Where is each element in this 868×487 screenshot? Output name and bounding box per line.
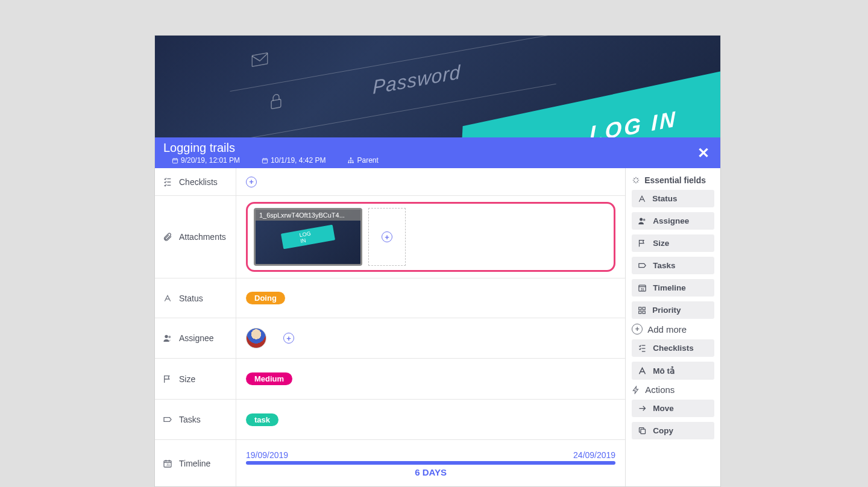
assignee-avatar[interactable] xyxy=(246,328,266,348)
section-label-tasks: Tasks xyxy=(155,400,236,440)
section-label-status: Status xyxy=(155,278,236,318)
sidebar-item-size[interactable]: Size xyxy=(632,234,714,252)
text-a-icon xyxy=(638,195,646,203)
sidebar-action-copy[interactable]: Copy xyxy=(632,422,714,439)
plus-circle-icon xyxy=(632,324,643,335)
timeline-progress-bar[interactable] xyxy=(246,461,615,465)
created-date[interactable]: 9/20/19, 12:01 PM xyxy=(172,156,240,165)
checklists-row xyxy=(236,168,625,196)
actions-heading: Actions xyxy=(632,385,714,395)
svg-rect-3 xyxy=(262,159,267,163)
section-label-timeline: 31 Timeline xyxy=(155,440,236,486)
svg-point-13 xyxy=(643,219,646,221)
svg-rect-17 xyxy=(643,307,645,309)
svg-rect-1 xyxy=(271,99,281,109)
sidebar-item-status[interactable]: Status xyxy=(632,190,714,207)
timeline-duration: 6 DAYS xyxy=(246,467,615,477)
sidebar-item-mota[interactable]: Mô tả xyxy=(632,362,714,380)
svg-point-5 xyxy=(348,162,350,163)
tag-icon xyxy=(162,415,173,424)
add-checklist-button[interactable] xyxy=(246,177,257,187)
sidebar-item-tasks[interactable]: Tasks xyxy=(632,257,714,274)
tasks-badge[interactable]: task xyxy=(246,413,278,426)
calendar-icon xyxy=(172,157,178,164)
timeline-row[interactable]: 19/09/2019 24/09/2019 6 DAYS xyxy=(236,440,625,486)
cover-password-label: Password xyxy=(373,61,461,99)
attachments-highlighted-area: 1_6spLxrwT4Oft13yBCuT4... LOG IN xyxy=(246,202,615,272)
assignee-row xyxy=(236,318,625,359)
calendar-icon xyxy=(262,157,268,164)
calendar-date-icon: 31 xyxy=(162,459,173,468)
task-header: Logging trails 9/20/19, 12:01 PM 10/1/19… xyxy=(155,137,720,168)
timeline-start-date[interactable]: 19/09/2019 xyxy=(246,450,288,460)
arrow-right-icon xyxy=(638,404,647,413)
text-a-icon xyxy=(638,366,647,375)
paperclip-icon xyxy=(162,232,173,242)
section-label-size: Size xyxy=(155,359,236,400)
attachment-filename: 1_6spLxrwT4Oft13yBCuT4... xyxy=(256,210,360,221)
people-icon xyxy=(638,216,647,225)
flag-icon xyxy=(638,239,647,248)
sidebar-action-move[interactable]: Move xyxy=(632,400,714,417)
attachment-thumbnail[interactable]: 1_6spLxrwT4Oft13yBCuT4... LOG IN xyxy=(254,208,362,266)
svg-rect-2 xyxy=(172,159,177,163)
essential-fields-heading: Essential fields xyxy=(632,175,714,185)
svg-point-12 xyxy=(640,218,643,221)
checklist-icon xyxy=(638,344,647,353)
status-badge[interactable]: Doing xyxy=(246,292,285,304)
timeline-end-date[interactable]: 24/09/2019 xyxy=(573,450,615,460)
envelope-icon xyxy=(251,52,268,67)
due-date[interactable]: 10/1/19, 4:42 PM xyxy=(262,156,326,165)
grid-icon xyxy=(638,306,646,315)
svg-rect-19 xyxy=(643,311,645,313)
flag-icon xyxy=(162,374,173,384)
lightning-icon xyxy=(632,386,640,394)
sidebar-item-checklists[interactable]: Checklists xyxy=(632,339,714,357)
sidebar: Essential fields Status Assignee Size Ta… xyxy=(626,168,720,486)
sidebar-item-timeline[interactable]: 31 Timeline xyxy=(632,279,714,297)
size-badge[interactable]: Medium xyxy=(246,372,292,385)
section-label-attachments: Attachments xyxy=(155,196,236,278)
svg-point-4 xyxy=(350,157,352,159)
hierarchy-icon xyxy=(347,157,354,164)
svg-point-8 xyxy=(165,335,168,338)
status-row[interactable]: Doing xyxy=(236,278,625,318)
cover-image[interactable]: Password LOG IN xyxy=(155,36,720,137)
copy-icon xyxy=(638,426,647,435)
sidebar-item-assignee[interactable]: Assignee xyxy=(632,212,714,230)
tasks-row[interactable]: task xyxy=(236,400,625,440)
svg-rect-16 xyxy=(639,307,641,309)
plus-icon xyxy=(382,231,392,242)
add-attachment-button[interactable] xyxy=(368,208,406,266)
svg-point-9 xyxy=(168,336,171,338)
size-row[interactable]: Medium xyxy=(236,359,625,400)
svg-text:31: 31 xyxy=(641,287,644,291)
section-label-checklists: Checklists xyxy=(155,168,236,196)
task-title[interactable]: Logging trails xyxy=(163,141,379,155)
task-detail-modal: Password LOG IN Logging trails 9/20/19, … xyxy=(154,35,721,487)
calendar-date-icon: 31 xyxy=(638,283,647,292)
people-icon xyxy=(162,333,173,343)
svg-text:31: 31 xyxy=(166,463,170,467)
sidebar-item-priority[interactable]: Priority xyxy=(632,301,714,319)
attachments-row: 1_6spLxrwT4Oft13yBCuT4... LOG IN xyxy=(236,196,625,278)
checklist-icon xyxy=(162,177,173,187)
text-a-icon xyxy=(162,294,173,303)
svg-rect-18 xyxy=(639,311,641,313)
svg-point-7 xyxy=(353,162,354,163)
svg-rect-0 xyxy=(252,53,268,67)
parent-link[interactable]: Parent xyxy=(347,156,378,165)
svg-rect-20 xyxy=(641,429,646,434)
sparkle-icon xyxy=(632,176,640,184)
close-button[interactable]: ✕ xyxy=(697,145,709,162)
add-assignee-button[interactable] xyxy=(283,333,294,344)
add-more-heading: Add more xyxy=(632,324,714,335)
tag-icon xyxy=(638,261,647,270)
lock-icon xyxy=(269,92,283,111)
section-label-assignee: Assignee xyxy=(155,318,236,359)
